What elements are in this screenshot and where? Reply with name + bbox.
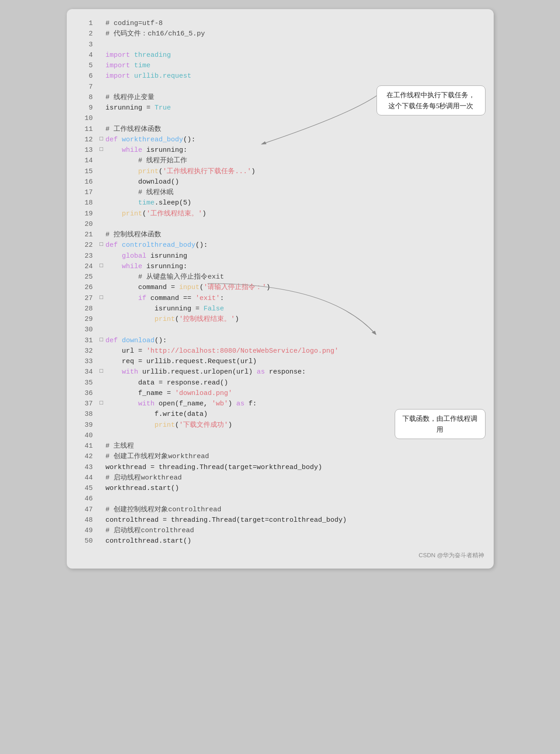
code-token: def (105, 136, 122, 144)
line-collapse-icon (99, 50, 105, 60)
code-token: controlthread_body (122, 241, 195, 249)
table-row: 20 (71, 219, 485, 230)
line-collapse-icon (99, 272, 105, 282)
code-line-content: with urllib.request.urlopen(url) as resp… (105, 367, 484, 377)
code-line-content: while isrunning: (105, 145, 484, 155)
line-collapse-icon (99, 304, 105, 314)
code-line-content: data = response.read() (105, 378, 484, 388)
code-token: time (130, 62, 150, 70)
code-token: f_name = (105, 389, 175, 397)
callout-download-func: 下载函数，由工作线程调用 (395, 409, 486, 439)
table-row: 43workthread = threading.Thread(target=w… (71, 462, 485, 473)
code-token: : (220, 295, 224, 302)
line-number: 18 (71, 198, 99, 208)
line-collapse-icon (99, 103, 105, 113)
line-collapse-icon (99, 525, 105, 536)
line-collapse-icon (99, 430, 105, 441)
code-token: (): (195, 241, 208, 249)
line-collapse-icon (99, 462, 105, 473)
table-row: 46 (71, 494, 485, 504)
line-number: 35 (71, 378, 99, 388)
code-line-content: def workthread_body(): (105, 135, 484, 145)
line-collapse-icon (99, 219, 105, 230)
code-line-content: # 控制线程体函数 (105, 230, 484, 240)
line-number: 46 (71, 494, 99, 504)
callout1-text: 在工作线程中执行下载任务， 这个下载任务每5秒调用一次 (387, 91, 475, 110)
line-number: 22 (71, 240, 99, 250)
code-line-content: # 创建控制线程对象controlthread (105, 504, 484, 515)
code-token: isrunning: (142, 263, 187, 270)
line-number: 38 (71, 409, 99, 419)
table-row: 25 # 从键盘输入停止指令exit (71, 272, 485, 282)
code-token: ) (228, 400, 236, 408)
code-token: data = response.read() (105, 379, 228, 387)
code-token: ) (202, 210, 206, 218)
line-number: 4 (71, 50, 99, 60)
line-collapse-icon (99, 378, 105, 388)
code-token: command == (146, 295, 195, 302)
line-collapse-icon (99, 124, 105, 135)
code-token: controlthread.start() (105, 537, 191, 545)
line-collapse-icon: □ (99, 367, 105, 377)
code-line-content: workthread = threading.Thread(target=wor… (105, 462, 484, 473)
line-number: 41 (71, 441, 99, 451)
line-collapse-icon: □ (99, 335, 105, 346)
line-collapse-icon (99, 155, 105, 166)
code-line-content: if command == 'exit': (105, 293, 484, 304)
code-token (105, 368, 122, 376)
line-number: 37 (71, 399, 99, 409)
code-line-content: global isrunning (105, 251, 484, 261)
code-token: # 代码文件：ch16/ch16_5.py (105, 30, 205, 38)
code-token: if (138, 295, 146, 302)
table-row: 1# coding=utf-8 (71, 18, 485, 29)
code-token: import (105, 72, 130, 80)
code-token: urllib.request.urlopen(url) (138, 368, 257, 376)
code-line-content: download() (105, 177, 484, 187)
code-token: = (142, 104, 154, 112)
table-row: 19 print('工作线程结束。') (71, 209, 485, 219)
code-token: as (236, 400, 244, 408)
code-token: open(f_name, (154, 400, 212, 408)
line-collapse-icon (99, 325, 105, 335)
code-line-content: workthread.start() (105, 483, 484, 494)
code-token: '工作线程结束。' (146, 210, 202, 218)
code-line-content: url = 'http://localhost:8080/NoteWebServ… (105, 346, 484, 356)
line-collapse-icon (99, 18, 105, 29)
table-row: 12□def workthread_body(): (71, 135, 485, 145)
code-line-content: req = urllib.request.Request(url) (105, 356, 484, 367)
code-line-content (105, 494, 484, 504)
code-token: 'download.png' (175, 389, 232, 397)
line-collapse-icon (99, 209, 105, 219)
table-row: 21# 控制线程体函数 (71, 230, 485, 240)
table-row: 44# 启动线程workthread (71, 473, 485, 483)
code-token: ( (175, 315, 179, 323)
code-token: command = (105, 284, 179, 291)
line-number: 20 (71, 219, 99, 230)
code-line-content: print('工作线程执行下载任务...') (105, 166, 484, 177)
watermark-text: CSDN @华为奋斗者精神 (419, 552, 485, 559)
code-token: '请输入停止指令：' (203, 284, 266, 291)
line-number: 28 (71, 304, 99, 314)
table-row: 15 print('工作线程执行下载任务...') (71, 166, 485, 177)
code-container: 在工作线程中执行下载任务， 这个下载任务每5秒调用一次 下载函数，由工作线程调用… (67, 9, 494, 569)
line-number: 34 (71, 367, 99, 377)
line-collapse-icon (99, 536, 105, 546)
line-collapse-icon (99, 82, 105, 92)
code-token: 'exit' (195, 295, 220, 302)
callout2-text: 下载函数，由工作线程调用 (402, 415, 477, 433)
line-collapse-icon: □ (99, 261, 105, 272)
code-token: print (154, 315, 175, 323)
line-number: 32 (71, 346, 99, 356)
line-collapse-icon (99, 494, 105, 504)
code-token (105, 421, 154, 429)
line-collapse-icon (99, 177, 105, 187)
table-row: 6import urllib.request (71, 71, 485, 81)
code-token: as (257, 368, 265, 376)
code-token: response: (265, 368, 306, 376)
code-line-content: time.sleep(5) (105, 198, 484, 208)
code-line-content: # 工作线程体函数 (105, 124, 484, 135)
table-row: 29 print('控制线程结束。') (71, 314, 485, 325)
code-token: (): (154, 337, 167, 345)
code-token: ) (235, 315, 239, 323)
code-token: '控制线程结束。' (179, 315, 235, 323)
